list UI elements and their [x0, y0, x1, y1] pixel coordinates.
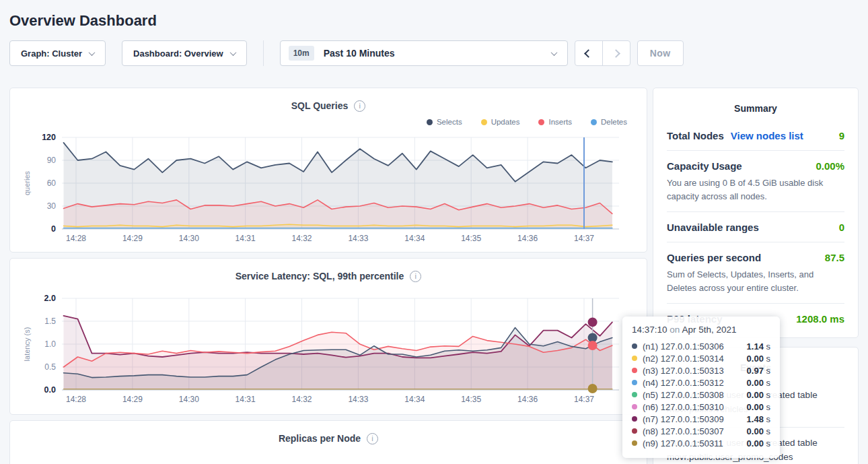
- series-dot-icon: [632, 404, 637, 409]
- svg-text:14:36: 14:36: [517, 234, 538, 243]
- series-dot-icon: [632, 440, 637, 446]
- time-step-buttons: [575, 40, 630, 66]
- service-latency-card: Service Latency: SQL, 99th percentile i …: [9, 258, 647, 415]
- legend-label: Inserts: [548, 118, 572, 126]
- summary-row: Unavailable ranges0: [667, 212, 844, 242]
- svg-text:30: 30: [47, 201, 57, 211]
- page-title: Overview Dashboard: [9, 12, 859, 30]
- tooltip-node-value: 1.48 s: [747, 414, 770, 424]
- series-dot-icon: [632, 343, 637, 349]
- summary-label: Capacity Usage: [667, 160, 742, 172]
- svg-text:14:36: 14:36: [517, 395, 538, 404]
- tooltip-node-row: (n1) 127.0.0.1:503061.14 s: [632, 340, 770, 352]
- sql-queries-title: SQL Queries: [291, 100, 349, 111]
- summary-description: You are using 0 B of 4.5 GiB usable disk…: [667, 176, 844, 203]
- svg-text:0: 0: [51, 224, 56, 234]
- time-prev-button[interactable]: [575, 41, 602, 65]
- legend-item-selects[interactable]: Selects: [427, 118, 462, 126]
- legend-dot-icon: [427, 119, 433, 125]
- now-button[interactable]: Now: [637, 40, 684, 66]
- legend-item-updates[interactable]: Updates: [481, 118, 520, 126]
- time-next-button[interactable]: [603, 41, 630, 65]
- svg-text:14:28: 14:28: [66, 234, 86, 243]
- tooltip-node-row: (n8) 127.0.0.1:503070.00 s: [632, 425, 770, 437]
- tooltip-node-row: (n4) 127.0.0.1:503120.00 s: [632, 376, 770, 389]
- tooltip-node-row: (n6) 127.0.0.1:503100.00 s: [632, 401, 770, 413]
- svg-text:60: 60: [47, 178, 57, 188]
- summary-row: Queries per second87.5Sum of Selects, Up…: [667, 242, 844, 304]
- svg-text:14:35: 14:35: [461, 395, 481, 404]
- series-dot-icon: [632, 428, 637, 434]
- controls-divider: [263, 40, 264, 66]
- chevron-right-icon: [612, 49, 620, 58]
- info-icon[interactable]: i: [354, 100, 365, 112]
- summary-rows: Total NodesView nodes list9Capacity Usag…: [667, 121, 844, 333]
- chart-tooltip: 14:37:10 on Apr 5th, 2021 (n1) 127.0.0.1…: [622, 317, 780, 458]
- summary-value: 0: [839, 222, 844, 233]
- dashboard-dropdown-label: Dashboard: Overview: [133, 48, 223, 59]
- service-latency-chart[interactable]: 0.00.51.01.52.014:2814:2914:3014:3114:32…: [20, 288, 638, 409]
- tooltip-node-label: (n7) 127.0.0.1:50309: [643, 414, 724, 424]
- svg-text:14:35: 14:35: [461, 234, 481, 243]
- summary-label: Unavailable ranges: [667, 222, 759, 233]
- tooltip-timestamp: 14:37:10 on Apr 5th, 2021: [632, 325, 770, 335]
- graph-dropdown[interactable]: Graph: Cluster: [9, 40, 106, 66]
- svg-text:90: 90: [47, 156, 57, 165]
- time-range-label: Past 10 Minutes: [324, 48, 395, 59]
- tooltip-node-row: (n7) 127.0.0.1:503091.48 s: [632, 413, 770, 425]
- legend-item-deletes[interactable]: Deletes: [591, 118, 627, 126]
- tooltip-node-value: 0.00 s: [747, 378, 770, 388]
- legend-dot-icon: [538, 119, 544, 125]
- tooltip-node-value: 0.00 s: [747, 438, 770, 449]
- legend-label: Updates: [491, 118, 520, 126]
- svg-text:14:29: 14:29: [122, 395, 143, 404]
- svg-text:14:29: 14:29: [122, 234, 143, 243]
- controls-bar: Graph: Cluster Dashboard: Overview 10m P…: [9, 40, 859, 66]
- summary-label: Queries per second: [667, 252, 761, 263]
- chevron-down-icon: [89, 49, 96, 56]
- svg-text:14:28: 14:28: [66, 395, 86, 404]
- svg-text:14:30: 14:30: [179, 395, 199, 404]
- tooltip-node-label: (n8) 127.0.0.1:50307: [643, 426, 724, 436]
- series-dot-icon: [632, 380, 637, 385]
- legend-label: Deletes: [601, 118, 627, 126]
- series-dot-icon: [632, 368, 637, 373]
- svg-text:14:37: 14:37: [574, 234, 594, 243]
- tooltip-node-label: (n2) 127.0.0.1:50314: [643, 354, 724, 364]
- sql-queries-chart[interactable]: 030609012014:2814:2914:3014:3114:3214:33…: [20, 128, 638, 246]
- summary-value: 1208.0 ms: [796, 313, 844, 325]
- legend-dot-icon: [591, 119, 597, 125]
- summary-description: Sum of Selects, Updates, Inserts, and De…: [667, 268, 844, 294]
- svg-text:2.0: 2.0: [44, 294, 56, 303]
- svg-text:14:30: 14:30: [179, 234, 199, 243]
- legend-label: Selects: [437, 118, 462, 126]
- legend-item-inserts[interactable]: Inserts: [538, 118, 572, 126]
- tooltip-node-label: (n9) 127.0.0.1:50311: [643, 438, 723, 449]
- svg-text:1.0: 1.0: [44, 339, 56, 349]
- svg-text:14:33: 14:33: [348, 234, 368, 243]
- summary-value: 87.5: [825, 252, 844, 263]
- replicas-per-node-card: Replicas per Node i: [9, 420, 647, 464]
- chevron-left-icon: [584, 49, 593, 58]
- svg-text:1.5: 1.5: [44, 317, 56, 326]
- svg-text:latency (s): latency (s): [23, 327, 31, 362]
- tooltip-node-row: (n9) 127.0.0.1:503110.00 s: [632, 437, 770, 449]
- tooltip-node-label: (n5) 127.0.0.1:50308: [643, 390, 724, 400]
- tooltip-node-value: 0.00 s: [747, 426, 770, 436]
- series-dot-icon: [632, 356, 637, 361]
- svg-text:14:37: 14:37: [574, 395, 594, 404]
- summary-panel: Summary Total NodesView nodes list9Capac…: [653, 88, 859, 338]
- tooltip-node-value: 0.97 s: [747, 366, 770, 376]
- svg-text:14:32: 14:32: [291, 234, 312, 243]
- view-nodes-list-link[interactable]: View nodes list: [731, 130, 803, 141]
- dashboard-dropdown[interactable]: Dashboard: Overview: [122, 40, 247, 66]
- svg-text:0.0: 0.0: [44, 385, 56, 395]
- svg-text:14:33: 14:33: [348, 395, 368, 404]
- summary-row: Total NodesView nodes list9: [667, 121, 844, 151]
- tooltip-node-value: 0.00 s: [747, 402, 770, 412]
- info-icon[interactable]: i: [410, 271, 421, 282]
- svg-text:14:34: 14:34: [404, 395, 425, 404]
- info-icon[interactable]: i: [367, 433, 378, 444]
- summary-label: Total Nodes: [667, 130, 724, 141]
- time-range-selector[interactable]: 10m Past 10 Minutes: [280, 40, 568, 66]
